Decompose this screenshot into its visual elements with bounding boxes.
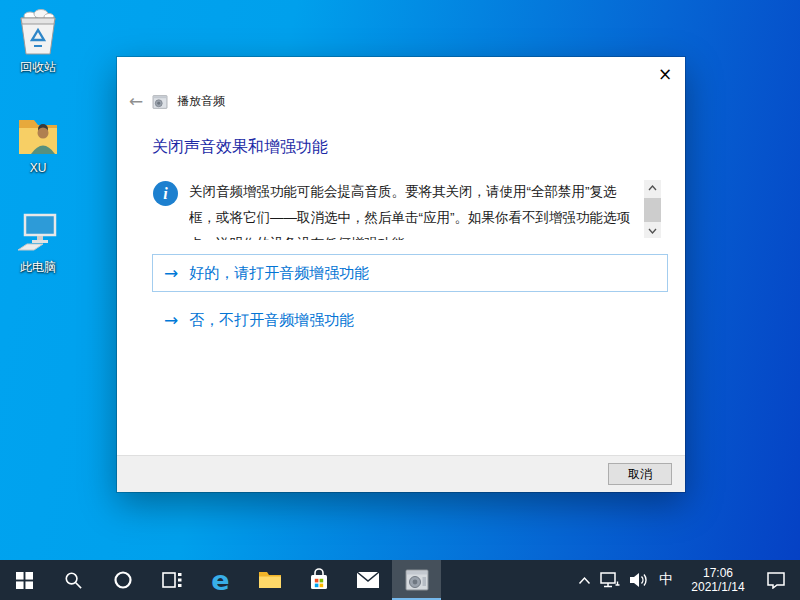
taskbar: e — [0, 560, 800, 600]
desktop-icon-label: 回收站 — [20, 59, 56, 76]
info-text: 关闭音频增强功能可能会提高音质。要将其关闭，请使用“全部禁用”复选框，或将它们—… — [189, 179, 641, 240]
action-center-icon — [766, 571, 786, 589]
volume-tray-button[interactable] — [624, 560, 652, 600]
scrollbar-thumb[interactable] — [644, 198, 661, 222]
windows-logo-icon — [16, 572, 33, 589]
troubleshooter-window: × ← 播放音频 关闭声音效果和增强功能 i 关闭音频增强功能可能会提高音质。要… — [117, 57, 685, 492]
start-button[interactable] — [0, 560, 49, 600]
desktop-icon-this-pc[interactable]: 此电脑 — [8, 212, 68, 276]
dialog-app-title: 播放音频 — [177, 93, 225, 110]
option-enable-enhancements[interactable]: → 好的，请打开音频增强功能 — [152, 254, 668, 292]
chevron-up-icon — [578, 576, 591, 585]
desktop-icon-user-folder[interactable]: XU — [8, 112, 68, 175]
system-tray: 中 17:06 2021/1/14 — [572, 560, 800, 600]
scrollbar[interactable] — [644, 180, 661, 238]
desktop-icon-label: 此电脑 — [20, 259, 56, 276]
dialog-header: ← 播放音频 — [129, 93, 225, 110]
desktop: 回收站 XU 此电脑 × ← — [0, 0, 800, 600]
arrow-right-icon: → — [164, 265, 178, 282]
search-icon — [64, 571, 83, 590]
option-skip-enhancements[interactable]: → 否，不打开音频增强功能 — [152, 301, 668, 339]
clock-time: 17:06 — [703, 566, 733, 580]
edge-button[interactable]: e — [196, 560, 245, 600]
play-audio-app-icon — [152, 95, 168, 109]
mail-icon — [356, 571, 380, 589]
option-label: 好的，请打开音频增强功能 — [189, 264, 369, 283]
cortana-icon — [113, 570, 133, 590]
ime-indicator[interactable]: 中 — [652, 560, 680, 600]
dialog-footer: 取消 — [117, 455, 685, 492]
store-icon — [308, 568, 330, 592]
close-icon[interactable]: × — [653, 62, 677, 86]
cortana-button[interactable] — [98, 560, 147, 600]
file-explorer-icon — [258, 570, 282, 590]
file-explorer-button[interactable] — [245, 560, 294, 600]
troubleshooter-taskbar-button[interactable] — [392, 560, 441, 600]
clock-date: 2021/1/14 — [691, 580, 744, 594]
option-label: 否，不打开音频增强功能 — [189, 311, 354, 330]
task-view-button[interactable] — [147, 560, 196, 600]
clock[interactable]: 17:06 2021/1/14 — [680, 560, 756, 600]
edge-icon: e — [211, 567, 229, 594]
cancel-button[interactable]: 取消 — [608, 463, 672, 485]
scrollbar-track[interactable] — [644, 195, 661, 223]
back-arrow-icon[interactable]: ← — [129, 93, 143, 110]
network-icon — [600, 572, 621, 589]
mail-button[interactable] — [343, 560, 392, 600]
action-center-button[interactable] — [756, 560, 796, 600]
store-button[interactable] — [294, 560, 343, 600]
desktop-icon-label: XU — [30, 161, 47, 175]
recycle-bin-icon — [16, 8, 60, 56]
info-icon: i — [153, 181, 178, 206]
network-tray-button[interactable] — [596, 560, 624, 600]
arrow-right-icon: → — [164, 312, 178, 329]
user-folder-icon — [15, 112, 61, 158]
speaker-icon — [629, 572, 648, 588]
scroll-down-icon[interactable] — [644, 223, 661, 238]
desktop-icon-recycle-bin[interactable]: 回收站 — [8, 8, 68, 76]
play-audio-app-icon — [405, 569, 429, 591]
scroll-up-icon[interactable] — [644, 180, 661, 195]
show-hidden-icons-button[interactable] — [572, 560, 596, 600]
task-view-icon — [161, 570, 183, 590]
search-button[interactable] — [49, 560, 98, 600]
page-title: 关闭声音效果和增强功能 — [152, 137, 328, 158]
this-pc-icon — [14, 212, 62, 256]
